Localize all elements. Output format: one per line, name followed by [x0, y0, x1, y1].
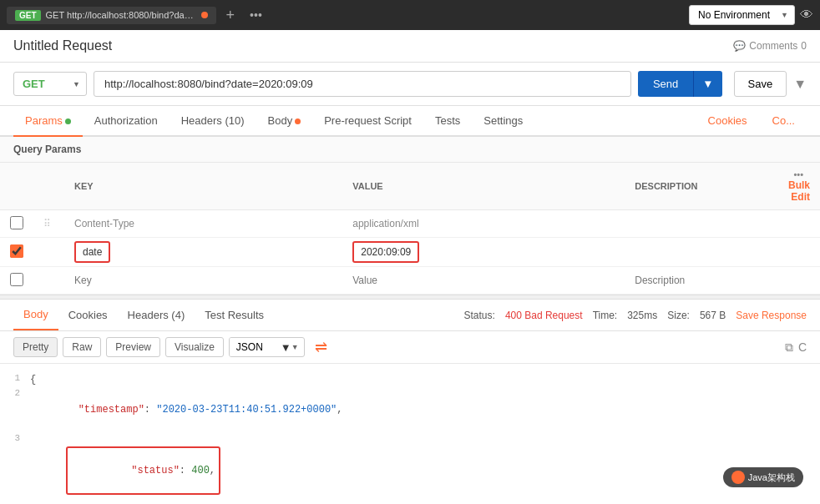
- save-response-button[interactable]: Save Response: [736, 310, 807, 321]
- drag-handle-icon[interactable]: ⠿: [43, 218, 54, 229]
- col-checkbox-header: [0, 163, 33, 210]
- method-select[interactable]: GET POST PUT DELETE: [13, 72, 87, 96]
- method-badge: GET: [15, 10, 41, 21]
- tab-url-label: GET http://localhost:8080/bind?date...: [46, 10, 196, 20]
- eye-icon[interactable]: 👁: [800, 8, 813, 23]
- params-table: KEY VALUE DESCRIPTION ••• Bulk Edit ⠿: [0, 163, 820, 295]
- response-header: Body Cookies Headers (4) Test Results St…: [0, 300, 820, 331]
- more-actions-icon[interactable]: •••: [793, 169, 803, 179]
- param-value-input[interactable]: [352, 215, 615, 232]
- save-dropdown-button[interactable]: ▼: [793, 77, 807, 92]
- row-key-cell: [64, 267, 342, 295]
- row-checkbox[interactable]: [10, 216, 23, 229]
- code-line-2: 2 "timestamp": "2020-03-23T11:40:51.922+…: [0, 387, 820, 432]
- watermark: Java架构栈: [723, 467, 803, 487]
- tab-tests[interactable]: Tests: [423, 106, 472, 135]
- param-desc-input[interactable]: [635, 272, 768, 289]
- time-value: 325ms: [627, 310, 657, 321]
- top-bar: GET GET http://localhost:8080/bind?date.…: [0, 0, 820, 30]
- row-checkbox-cell: [0, 238, 33, 267]
- row-checkbox[interactable]: [10, 244, 23, 258]
- line-content: "timestamp": "2020-03-23T11:40:51.922+00…: [30, 387, 820, 432]
- line-num: 1: [0, 372, 30, 383]
- row-drag-cell: [33, 238, 64, 267]
- tab-body[interactable]: Body: [256, 106, 313, 135]
- code-line-1: 1 {: [0, 372, 820, 387]
- row-checkbox-cell: [0, 210, 33, 238]
- copy-icon[interactable]: ⧉: [785, 340, 793, 355]
- tab-co-right[interactable]: Co...: [761, 106, 807, 135]
- send-dropdown-button[interactable]: ▼: [693, 71, 721, 97]
- row-desc-cell: [625, 267, 778, 295]
- line-content: {: [30, 372, 820, 387]
- format-raw-button[interactable]: Raw: [63, 337, 101, 357]
- response-meta: Status: 400 Bad Request Time: 325ms Size…: [464, 310, 807, 321]
- size-label: Size:: [667, 310, 690, 321]
- format-pretty-button[interactable]: Pretty: [13, 337, 58, 357]
- format-type-wrapper: JSON ▼: [229, 337, 305, 357]
- row-action-cell: [778, 267, 820, 295]
- table-row: ⠿: [0, 210, 820, 238]
- request-tabs-bar: Params Authorization Headers (10) Body P…: [0, 106, 820, 137]
- param-key-input[interactable]: [74, 215, 332, 232]
- more-tabs-button[interactable]: •••: [245, 8, 267, 22]
- response-toolbar: Pretty Raw Preview Visualize JSON ▼ ⇌ ⧉ …: [0, 331, 820, 364]
- body-dot: [295, 118, 301, 124]
- response-tab-cookies[interactable]: Cookies: [58, 300, 118, 330]
- watermark-text: Java架构栈: [748, 471, 795, 484]
- row-desc-cell: [625, 238, 778, 267]
- col-desc-header: DESCRIPTION: [625, 163, 778, 210]
- env-selector: No Environment 👁: [689, 5, 813, 25]
- param-desc-input[interactable]: [635, 215, 768, 232]
- param-key-input[interactable]: [74, 272, 332, 289]
- row-value-cell: [342, 210, 625, 238]
- response-tab-headers[interactable]: Headers (4): [118, 300, 195, 330]
- param-value-input[interactable]: [352, 272, 615, 289]
- json-key: "status": [131, 465, 180, 476]
- request-tab[interactable]: GET GET http://localhost:8080/bind?date.…: [7, 7, 216, 24]
- col-actions-header: ••• Bulk Edit: [778, 163, 820, 210]
- status-label: Status:: [464, 310, 495, 321]
- format-visualize-button[interactable]: Visualize: [165, 337, 224, 357]
- comments-count: 0: [801, 40, 807, 52]
- tab-headers[interactable]: Headers (10): [170, 106, 256, 135]
- format-type-select[interactable]: JSON: [230, 338, 281, 356]
- url-bar: GET POST PUT DELETE http://localhost:808…: [0, 63, 820, 106]
- col-drag-header: [33, 163, 64, 210]
- time-label: Time:: [593, 310, 618, 321]
- clear-icon[interactable]: C: [798, 340, 807, 354]
- new-tab-button[interactable]: +: [221, 7, 240, 24]
- highlighted-value: 2020:09:09: [352, 241, 419, 263]
- tab-settings[interactable]: Settings: [472, 106, 534, 135]
- tab-cookies-right[interactable]: Cookies: [696, 106, 759, 135]
- response-tabs: Body Cookies Headers (4) Test Results: [13, 300, 464, 330]
- comments-button[interactable]: 💬 Comments 0: [733, 40, 807, 52]
- status-badge: 400 Bad Request: [505, 310, 583, 321]
- send-button[interactable]: Send: [638, 71, 693, 97]
- query-params-section: Query Params KEY VALUE DESCRIPTION ••• B…: [0, 137, 820, 295]
- row-checkbox-cell: [0, 267, 33, 295]
- method-wrapper: GET POST PUT DELETE: [13, 72, 87, 96]
- env-dropdown[interactable]: No Environment: [689, 5, 795, 25]
- col-value-header: VALUE: [342, 163, 625, 210]
- url-input[interactable]: http://localhost:8080/bind?date=2020:09:…: [94, 71, 631, 97]
- highlighted-key: date: [74, 241, 110, 263]
- row-checkbox[interactable]: [10, 273, 23, 286]
- comments-label: Comments: [749, 40, 797, 52]
- response-tab-body[interactable]: Body: [13, 300, 58, 330]
- tab-pre-request[interactable]: Pre-request Script: [312, 106, 423, 135]
- response-tab-test-results[interactable]: Test Results: [195, 300, 274, 330]
- tab-authorization[interactable]: Authorization: [83, 106, 170, 135]
- format-preview-button[interactable]: Preview: [106, 337, 160, 357]
- wrap-icon[interactable]: ⇌: [310, 336, 332, 358]
- code-view[interactable]: 1 { 2 "timestamp": "2020-03-23T11:40:51.…: [0, 364, 820, 504]
- line-num: 2: [0, 387, 30, 398]
- row-drag-cell: [33, 267, 64, 295]
- tab-close-dot[interactable]: [201, 12, 208, 18]
- highlighted-json-box: "status": 400,: [66, 446, 220, 495]
- code-line-3: 3 "status": 400,: [0, 432, 820, 504]
- bulk-edit-button[interactable]: Bulk Edit: [788, 179, 810, 203]
- tab-params[interactable]: Params: [13, 106, 83, 137]
- row-value-cell: [342, 267, 625, 295]
- save-button[interactable]: Save: [734, 71, 787, 97]
